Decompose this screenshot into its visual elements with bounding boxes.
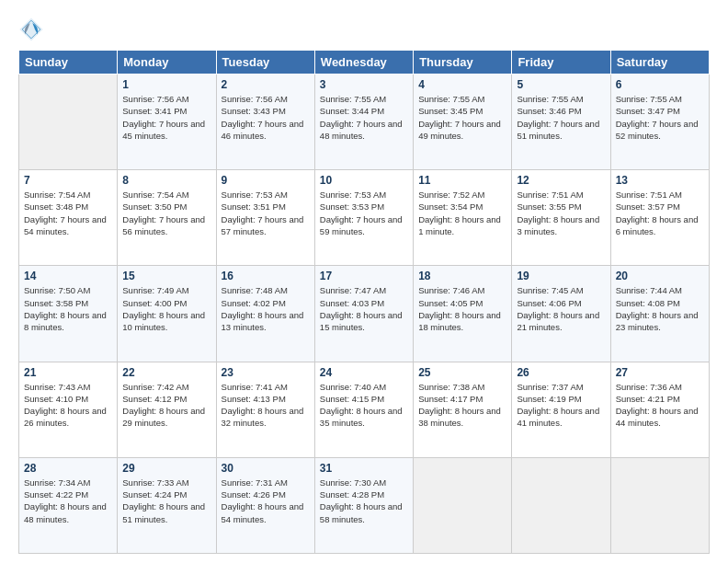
day-info: Sunrise: 7:42 AMSunset: 4:12 PMDaylight:… [122,381,210,430]
day-info: Sunrise: 7:47 AMSunset: 4:03 PMDaylight:… [320,284,408,333]
day-cell: 31Sunrise: 7:30 AMSunset: 4:28 PMDayligh… [314,457,413,553]
day-number: 5 [517,78,605,91]
day-info: Sunrise: 7:55 AMSunset: 3:47 PMDaylight:… [616,93,704,142]
day-cell [19,75,118,170]
day-cell: 3Sunrise: 7:55 AMSunset: 3:44 PMDaylight… [314,75,413,170]
day-info: Sunrise: 7:40 AMSunset: 4:15 PMDaylight:… [320,381,408,430]
day-cell: 1Sunrise: 7:56 AMSunset: 3:41 PMDaylight… [118,75,216,170]
day-info: Sunrise: 7:45 AMSunset: 4:06 PMDaylight:… [517,284,605,333]
day-info: Sunrise: 7:43 AMSunset: 4:10 PMDaylight:… [24,381,112,430]
day-info: Sunrise: 7:37 AMSunset: 4:19 PMDaylight:… [517,381,605,430]
day-cell: 20Sunrise: 7:44 AMSunset: 4:08 PMDayligh… [610,266,709,362]
day-cell: 21Sunrise: 7:43 AMSunset: 4:10 PMDayligh… [19,362,118,457]
day-info: Sunrise: 7:44 AMSunset: 4:08 PMDaylight:… [616,284,704,333]
day-number: 31 [320,462,408,475]
day-number: 25 [418,366,506,379]
day-cell: 26Sunrise: 7:37 AMSunset: 4:19 PMDayligh… [512,362,610,457]
day-cell: 7Sunrise: 7:54 AMSunset: 3:48 PMDaylight… [19,170,118,266]
day-number: 16 [222,270,310,282]
day-number: 24 [320,366,408,379]
day-number: 29 [122,462,210,475]
calendar-table: SundayMondayTuesdayWednesdayThursdayFrid… [18,50,710,554]
svg-marker-0 [19,17,42,40]
day-info: Sunrise: 7:33 AMSunset: 4:24 PMDaylight:… [122,477,210,525]
day-cell: 28Sunrise: 7:34 AMSunset: 4:22 PMDayligh… [19,457,118,553]
day-cell: 29Sunrise: 7:33 AMSunset: 4:24 PMDayligh… [118,457,216,553]
day-number: 30 [222,462,310,475]
day-number: 19 [517,270,605,282]
week-row-1: 1Sunrise: 7:56 AMSunset: 3:41 PMDaylight… [19,75,710,170]
day-number: 14 [24,270,112,282]
week-row-5: 28Sunrise: 7:34 AMSunset: 4:22 PMDayligh… [19,457,710,553]
day-number: 22 [122,366,210,379]
day-cell: 10Sunrise: 7:53 AMSunset: 3:53 PMDayligh… [314,170,413,266]
day-number: 7 [24,174,112,187]
day-number: 20 [616,270,704,282]
header-row: SundayMondayTuesdayWednesdayThursdayFrid… [19,51,710,75]
day-number: 10 [320,174,408,187]
day-cell: 22Sunrise: 7:42 AMSunset: 4:12 PMDayligh… [118,362,216,457]
day-info: Sunrise: 7:52 AMSunset: 3:54 PMDaylight:… [418,189,506,237]
day-number: 13 [616,174,704,187]
day-info: Sunrise: 7:46 AMSunset: 4:05 PMDaylight:… [418,284,506,333]
week-row-4: 21Sunrise: 7:43 AMSunset: 4:10 PMDayligh… [19,362,710,457]
col-header-thursday: Thursday [414,51,512,75]
day-number: 9 [222,174,310,187]
day-info: Sunrise: 7:53 AMSunset: 3:51 PMDaylight:… [222,189,310,237]
day-info: Sunrise: 7:38 AMSunset: 4:17 PMDaylight:… [418,381,506,430]
day-info: Sunrise: 7:55 AMSunset: 3:45 PMDaylight:… [418,93,506,142]
week-row-2: 7Sunrise: 7:54 AMSunset: 3:48 PMDaylight… [19,170,710,266]
day-cell: 23Sunrise: 7:41 AMSunset: 4:13 PMDayligh… [216,362,314,457]
day-cell: 18Sunrise: 7:46 AMSunset: 4:05 PMDayligh… [414,266,512,362]
day-cell: 14Sunrise: 7:50 AMSunset: 3:58 PMDayligh… [19,266,118,362]
day-info: Sunrise: 7:50 AMSunset: 3:58 PMDaylight:… [24,284,112,333]
week-row-3: 14Sunrise: 7:50 AMSunset: 3:58 PMDayligh… [19,266,710,362]
day-number: 1 [122,78,210,91]
day-cell: 27Sunrise: 7:36 AMSunset: 4:21 PMDayligh… [610,362,709,457]
header [18,17,710,42]
day-info: Sunrise: 7:55 AMSunset: 3:44 PMDaylight:… [320,93,408,142]
day-cell: 15Sunrise: 7:49 AMSunset: 4:00 PMDayligh… [118,266,216,362]
day-number: 12 [517,174,605,187]
day-cell [512,457,610,553]
day-cell: 17Sunrise: 7:47 AMSunset: 4:03 PMDayligh… [314,266,413,362]
day-cell: 12Sunrise: 7:51 AMSunset: 3:55 PMDayligh… [512,170,610,266]
day-info: Sunrise: 7:41 AMSunset: 4:13 PMDaylight:… [222,381,310,430]
day-cell: 24Sunrise: 7:40 AMSunset: 4:15 PMDayligh… [314,362,413,457]
day-info: Sunrise: 7:49 AMSunset: 4:00 PMDaylight:… [122,284,210,333]
page: SundayMondayTuesdayWednesdayThursdayFrid… [0,0,728,563]
day-number: 6 [616,78,704,91]
day-cell: 11Sunrise: 7:52 AMSunset: 3:54 PMDayligh… [414,170,512,266]
day-number: 3 [320,78,408,91]
col-header-friday: Friday [512,51,610,75]
day-number: 27 [616,366,704,379]
day-cell: 19Sunrise: 7:45 AMSunset: 4:06 PMDayligh… [512,266,610,362]
col-header-tuesday: Tuesday [216,51,314,75]
day-cell: 13Sunrise: 7:51 AMSunset: 3:57 PMDayligh… [610,170,709,266]
day-number: 28 [24,462,112,475]
day-info: Sunrise: 7:55 AMSunset: 3:46 PMDaylight:… [517,93,605,142]
day-number: 8 [122,174,210,187]
col-header-sunday: Sunday [19,51,118,75]
day-info: Sunrise: 7:54 AMSunset: 3:50 PMDaylight:… [122,189,210,237]
day-info: Sunrise: 7:48 AMSunset: 4:02 PMDaylight:… [222,284,310,333]
day-cell [610,457,709,553]
day-number: 17 [320,270,408,282]
day-number: 21 [24,366,112,379]
day-info: Sunrise: 7:51 AMSunset: 3:57 PMDaylight:… [616,189,704,237]
day-info: Sunrise: 7:31 AMSunset: 4:26 PMDaylight:… [222,477,310,525]
col-header-wednesday: Wednesday [314,51,413,75]
day-number: 11 [418,174,506,187]
day-cell: 5Sunrise: 7:55 AMSunset: 3:46 PMDaylight… [512,75,610,170]
day-cell: 25Sunrise: 7:38 AMSunset: 4:17 PMDayligh… [414,362,512,457]
day-cell: 8Sunrise: 7:54 AMSunset: 3:50 PMDaylight… [118,170,216,266]
day-number: 18 [418,270,506,282]
day-cell: 4Sunrise: 7:55 AMSunset: 3:45 PMDaylight… [414,75,512,170]
day-cell: 30Sunrise: 7:31 AMSunset: 4:26 PMDayligh… [216,457,314,553]
day-number: 23 [222,366,310,379]
day-info: Sunrise: 7:51 AMSunset: 3:55 PMDaylight:… [517,189,605,237]
day-cell: 9Sunrise: 7:53 AMSunset: 3:51 PMDaylight… [216,170,314,266]
day-cell: 2Sunrise: 7:56 AMSunset: 3:43 PMDaylight… [216,75,314,170]
day-cell [414,457,512,553]
day-info: Sunrise: 7:30 AMSunset: 4:28 PMDaylight:… [320,477,408,525]
